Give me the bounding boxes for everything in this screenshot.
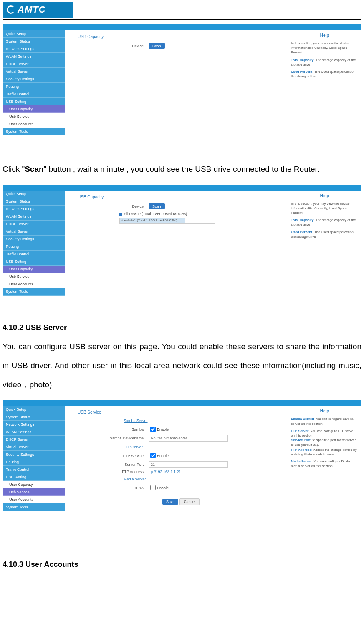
- progress-text: /dev/sda1 (Total:1.86G Used:69.02%): [120, 218, 177, 222]
- fig-topbar: [3, 185, 361, 191]
- help-title: Help: [291, 193, 358, 199]
- sidebar-item[interactable]: System Tools: [3, 503, 65, 511]
- ftp-server-link[interactable]: FTP Server: [124, 445, 284, 449]
- sidebar-sub-usb-capacity[interactable]: User Capacity: [3, 481, 65, 488]
- heading-usb-server: 4.10.2 USB Server: [3, 323, 361, 332]
- help-term: FTP Address:: [291, 448, 313, 452]
- sidebar-sub-user-accounts[interactable]: User Accounts: [3, 496, 65, 503]
- scan-button[interactable]: Scan: [149, 43, 165, 49]
- sidebar-item[interactable]: Virtual Server: [3, 68, 65, 75]
- cancel-button[interactable]: Cancel: [179, 498, 200, 505]
- samba-label: Samba: [78, 427, 149, 432]
- help-title: Help: [291, 408, 358, 414]
- help-title: Help: [291, 33, 358, 38]
- sidebar-sub-user-accounts[interactable]: User Accounts: [3, 120, 65, 128]
- figure-usb-service: Quick Setup System Status Network Settin…: [3, 400, 361, 539]
- save-button[interactable]: Save: [162, 499, 179, 505]
- usb-server-paragraph: You can configure USB server on this pag…: [3, 337, 361, 394]
- sidebar-item[interactable]: DHCP Server: [3, 60, 65, 68]
- sidebar-item[interactable]: WLAN Settings: [3, 428, 65, 436]
- device-label: Device: [78, 44, 149, 48]
- main-panel: USB Capacity Device Scan: [65, 30, 288, 155]
- ftp-service-label: FTP Service: [78, 454, 149, 458]
- sidebar-item[interactable]: Network Settings: [3, 45, 65, 53]
- samba-enable-checkbox[interactable]: [150, 427, 156, 432]
- samba-server-link[interactable]: Samba Server: [124, 419, 284, 423]
- sidebar-item[interactable]: Network Settings: [3, 206, 65, 213]
- sidebar-item[interactable]: WLAN Settings: [3, 53, 65, 60]
- sidebar-item[interactable]: Traffic Control: [3, 251, 65, 258]
- sidebar-item[interactable]: Traffic Control: [3, 466, 65, 473]
- sidebar-item[interactable]: DHCP Server: [3, 221, 65, 228]
- sidebar-item[interactable]: Routing: [3, 458, 65, 466]
- fig-topbar: [3, 400, 361, 406]
- sidebar-sub-user-accounts[interactable]: User Accounts: [3, 281, 65, 288]
- scan-button[interactable]: Scan: [149, 203, 165, 209]
- sidebar-item[interactable]: System Tools: [3, 288, 65, 296]
- logo-icon: [7, 5, 15, 14]
- sidebar-item[interactable]: System Status: [3, 413, 65, 421]
- sidebar-sub-usb-service[interactable]: Usb Service: [3, 488, 65, 496]
- sidebar-item[interactable]: Virtual Server: [3, 443, 65, 451]
- sidebar-item[interactable]: Network Settings: [3, 421, 65, 428]
- sidebar-item[interactable]: Routing: [3, 243, 65, 251]
- all-device-line: All Device (Total:1.86G Used:69.02%): [119, 212, 284, 216]
- sidebar-item[interactable]: USB Setting: [3, 473, 65, 481]
- sidebar: Quick Setup System Status Network Settin…: [3, 191, 65, 296]
- server-port-input[interactable]: [149, 461, 228, 468]
- brand-logo: AMTC: [3, 2, 73, 18]
- sidebar-item[interactable]: Virtual Server: [3, 228, 65, 236]
- ftp-address-label: FTP Address: [78, 470, 149, 474]
- sidebar-item[interactable]: DHCP Server: [3, 436, 65, 443]
- help-term: Used Percent:: [291, 230, 313, 234]
- instruction-paragraph: Click "Scan" button , wait a minute , yo…: [3, 160, 361, 179]
- main-panel: USB Service Samba Server Samba Enable Sa…: [65, 406, 288, 539]
- media-server-link[interactable]: Media Server: [124, 477, 284, 481]
- dlna-label: DLNA: [78, 486, 149, 490]
- sidebar-item[interactable]: Traffic Control: [3, 90, 65, 98]
- panel-title: USB Capacity: [78, 34, 284, 39]
- panel-title: USB Capacity: [78, 195, 284, 199]
- panel-title: USB Service: [78, 410, 284, 414]
- heading-user-accounts: 4.10.3 User Accounts: [3, 560, 361, 569]
- help-term: Service Port:: [291, 438, 311, 442]
- device-label: Device: [78, 204, 149, 208]
- sidebar-item[interactable]: Quick Setup: [3, 191, 65, 198]
- samba-devicename-input[interactable]: [149, 435, 228, 442]
- header-rule: [3, 19, 361, 20]
- help-intro: In this section, you may view the device…: [291, 41, 358, 55]
- ftp-enable-checkbox[interactable]: [150, 453, 156, 458]
- help-panel: Help In this section, you may view the d…: [288, 191, 361, 241]
- help-term: FTP Server:: [291, 429, 310, 433]
- sidebar-item[interactable]: USB Setting: [3, 258, 65, 266]
- sidebar-sub-usb-service[interactable]: Usb Service: [3, 113, 65, 120]
- sidebar-item[interactable]: Quick Setup: [3, 30, 65, 38]
- device-progress: /dev/sda1 (Total:1.86G Used:69.02%): [119, 218, 215, 224]
- sidebar-sub-usb-service[interactable]: Usb Service: [3, 273, 65, 281]
- sidebar: Quick Setup System Status Network Settin…: [3, 406, 65, 511]
- server-port-label: Server Port: [78, 462, 149, 467]
- sidebar-item[interactable]: System Status: [3, 198, 65, 206]
- enable-text: Enable: [157, 427, 169, 432]
- enable-text: Enable: [157, 454, 169, 458]
- sidebar-item[interactable]: Security Settings: [3, 75, 65, 83]
- sidebar-item[interactable]: System Status: [3, 38, 65, 45]
- sidebar-item[interactable]: Security Settings: [3, 236, 65, 243]
- main-panel: USB Capacity Device Scan All Device (Tot…: [65, 191, 288, 316]
- help-term: Samba Server:: [291, 417, 314, 421]
- help-term: Media Server:: [291, 460, 313, 463]
- sidebar-item[interactable]: System Tools: [3, 128, 65, 135]
- sidebar-item[interactable]: Routing: [3, 83, 65, 90]
- help-term: Total Capacity:: [291, 58, 315, 62]
- sidebar-item[interactable]: USB Setting: [3, 98, 65, 105]
- fig-topbar: [3, 24, 361, 30]
- dlna-enable-checkbox[interactable]: [150, 485, 156, 490]
- help-term: Total Capacity:: [291, 218, 315, 222]
- sidebar-item[interactable]: Security Settings: [3, 451, 65, 458]
- sidebar-item[interactable]: WLAN Settings: [3, 213, 65, 221]
- sidebar-item[interactable]: Quick Setup: [3, 406, 65, 413]
- sidebar: Quick Setup System Status Network Settin…: [3, 30, 65, 135]
- sidebar-sub-usb-capacity[interactable]: User Capacity: [3, 105, 65, 113]
- help-term: Used Percent:: [291, 70, 313, 74]
- sidebar-sub-usb-capacity[interactable]: User Capacity: [3, 266, 65, 273]
